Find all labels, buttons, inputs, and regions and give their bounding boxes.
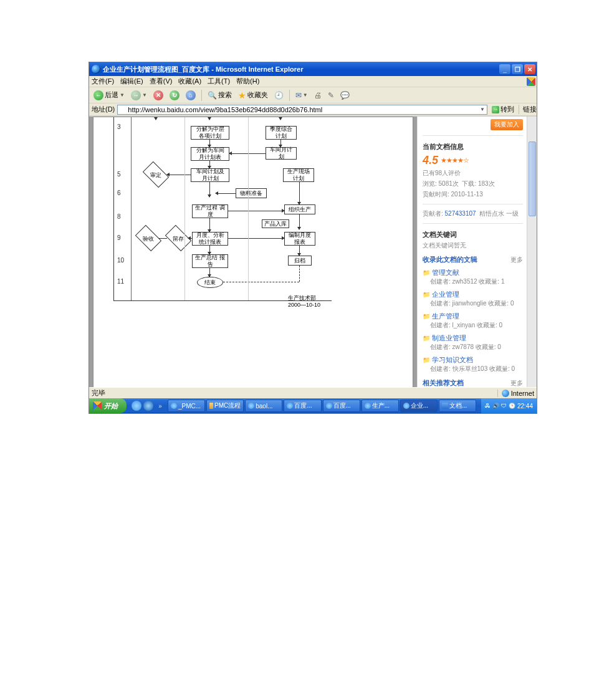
join-button[interactable]: 我要加入 [491,119,523,130]
toolbar: ← 后退 ▼ → ▼ ✕ ↻ ⌂ 🔍 搜索 ★ 收藏夹 🕘 ✉▼ 🖨 ✎ 💬 [89,87,537,103]
tray-icon[interactable]: 🔊 [492,403,499,409]
flow-box: 车间月计划 [266,147,297,160]
dashed-line [223,282,299,282]
row-num: 11 [117,278,124,285]
arrow [299,214,300,229]
security-zone[interactable]: Internet [497,390,534,397]
address-input[interactable] [128,106,477,113]
col-divider [131,117,132,300]
task-label: 百度... [333,401,351,410]
task-label: PMC流程 [214,401,241,410]
print-button[interactable]: 🖨 [312,89,323,102]
document-page[interactable]: 3 5 6 8 9 10 11 分解为中层 各项计划 季 [93,117,413,387]
folder-link[interactable]: 管理文献 [423,268,523,277]
keywords-title: 文档关键词 [423,230,523,239]
task-button[interactable]: 生产... [362,400,399,412]
refresh-button[interactable]: ↻ [168,89,181,102]
recommend-section-title: 相关推荐文档 [423,378,464,387]
folder-link[interactable]: 学习知识文档 [423,355,523,365]
arrow [228,238,284,239]
edit-button[interactable]: ✎ [326,89,336,102]
start-button[interactable]: 开始 [89,398,127,413]
mail-button[interactable]: ✉▼ [294,89,310,102]
folder-meta: 创建者: 快乐草丝103 收藏量: 0 [430,365,523,373]
task-button[interactable]: 百度... [284,400,321,412]
task-button[interactable]: 百度... [323,400,360,412]
close-button[interactable]: ✕ [524,64,535,74]
history-icon: 🕘 [274,91,284,100]
go-label: 转到 [500,105,514,114]
task-button[interactable]: baol... [245,400,282,412]
more-link[interactable]: 更多 [510,256,523,264]
flow-box: 组织生产 [284,204,315,214]
menu-file[interactable]: 文件(F) [92,77,114,86]
stop-button[interactable]: ✕ [151,89,165,102]
taskbar: 开始 » _PMC... PMC流程 baol... 百度... 百度... 生… [89,398,537,413]
links-label[interactable]: 链接 [519,105,537,114]
arrow [299,246,300,256]
back-button[interactable]: ← 后退 ▼ [92,89,127,102]
start-label: 开始 [104,401,118,411]
folder-link[interactable]: 制造业管理 [423,333,523,343]
task-label: 百度... [294,401,312,410]
window-titlebar[interactable]: 企业生产计划管理流程图_百度文库 - Microsoft Internet Ex… [89,62,537,76]
clock[interactable]: 22:44 [517,403,533,410]
arrow [209,117,210,120]
flow-end: 结束 [197,277,223,288]
flow-box: 车间计划及 月计划 [191,168,229,182]
chevron-down-icon: ▼ [120,92,125,98]
ie-icon [92,65,100,74]
menu-help[interactable]: 帮助(H) [236,77,259,86]
ql-desktop-icon[interactable] [132,401,141,411]
menubar: 文件(F) 编辑(E) 查看(V) 收藏(A) 工具(T) 帮助(H) [89,76,537,87]
favorites-label: 收藏夹 [247,90,268,100]
history-button[interactable]: 🕘 [272,89,285,102]
scrollbar-thumb[interactable] [529,141,536,216]
chevron-down-icon[interactable]: ▼ [478,107,487,112]
chevron-down-icon: ▼ [303,92,308,98]
task-button-active[interactable]: 企业... [400,400,438,412]
favorites-button[interactable]: ★ 收藏夹 [236,89,270,102]
arrow [167,175,191,175]
ie-icon [326,403,332,409]
system-tray[interactable]: 🖧 🔊 🛡 🕒 22:44 [481,398,537,413]
row-num: 6 [117,189,121,196]
task-button[interactable]: _PMC... [168,400,205,412]
dashed-line [299,266,300,282]
menu-view[interactable]: 查看(V) [150,77,173,86]
menu-tools[interactable]: 工具(T) [208,77,230,86]
task-button[interactable]: 文档... [439,400,476,412]
contrib-time: 贡献时间: 2010-11-13 [423,190,523,199]
vertical-scrollbar[interactable] [527,117,537,387]
status-text: 完毕 [92,388,105,398]
ql-expand-icon[interactable]: » [155,401,165,411]
search-button[interactable]: 🔍 搜索 [206,89,234,102]
forward-button[interactable]: → ▼ [129,89,149,102]
arrow [299,182,300,204]
maximize-button[interactable]: ❐ [512,64,523,74]
flow-box: 季度综合 计划 [266,126,297,140]
minimize-button[interactable]: _ [499,64,510,74]
messenger-button[interactable]: 💬 [338,89,352,102]
more-link[interactable]: 更多 [510,379,523,388]
go-button[interactable]: → 转到 [490,105,516,115]
quick-launch: » [129,401,168,411]
tray-icon[interactable]: 🕒 [509,403,515,409]
menu-edit[interactable]: 编辑(E) [120,77,143,86]
folder-link[interactable]: 企业管理 [423,290,523,299]
menu-favorites[interactable]: 收藏(A) [178,77,201,86]
home-icon: ⌂ [186,90,196,100]
ql-ie-icon[interactable] [143,401,153,411]
tray-icon[interactable]: 🛡 [501,403,507,409]
address-field[interactable]: ▼ [117,105,487,115]
chevron-down-icon: ▼ [142,92,147,98]
task-button[interactable]: PMC流程 [206,400,244,412]
ie-icon [171,403,177,409]
contributor-link[interactable]: 527433107 [445,210,476,217]
folder-link[interactable]: 生产管理 [423,312,523,321]
home-button[interactable]: ⌂ [184,89,198,102]
folder-meta: 创建者: l_xinyan 收藏量: 0 [430,321,523,330]
address-label: 地址(D) [92,105,115,114]
row-num: 3 [117,123,121,130]
tray-icon[interactable]: 🖧 [485,403,491,409]
